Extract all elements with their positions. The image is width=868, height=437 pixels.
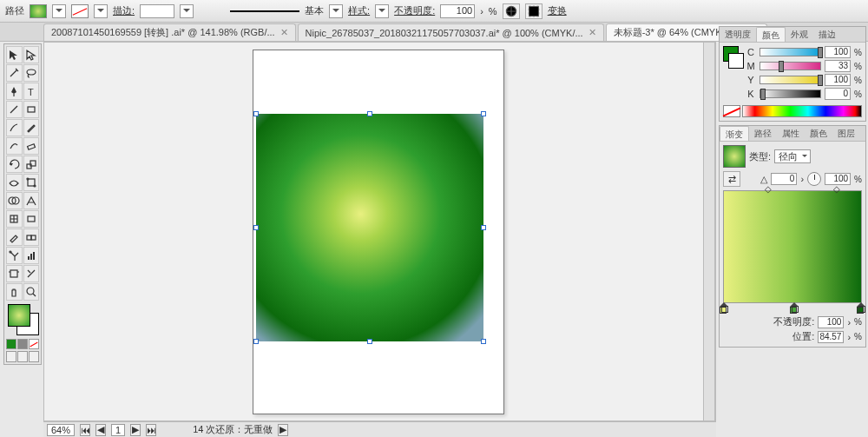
fill-dropdown[interactable] bbox=[52, 4, 66, 18]
m-slider[interactable] bbox=[760, 62, 821, 70]
graph-tool[interactable] bbox=[23, 247, 40, 264]
align-icon[interactable] bbox=[525, 3, 542, 19]
nav-prev-icon[interactable]: ◀ bbox=[95, 424, 106, 436]
angle-icon: △ bbox=[760, 174, 767, 185]
page-input[interactable]: 1 bbox=[111, 424, 125, 436]
tab-attributes[interactable]: 属性 bbox=[777, 126, 805, 141]
gradient-preview[interactable] bbox=[723, 145, 746, 168]
stop-position-input[interactable]: 84.57 bbox=[818, 331, 844, 343]
stop-position-label: 位置: bbox=[792, 330, 814, 343]
spectrum-picker[interactable] bbox=[742, 105, 862, 117]
ratio-input[interactable]: 100 bbox=[825, 173, 851, 185]
symbol-sprayer-tool[interactable] bbox=[6, 247, 23, 264]
none-mode-icon[interactable] bbox=[29, 339, 39, 349]
draw-behind-icon[interactable] bbox=[17, 351, 28, 362]
stroke-weight-input[interactable] bbox=[140, 4, 174, 18]
artboard-tool[interactable] bbox=[6, 265, 23, 282]
brush-dd[interactable] bbox=[329, 4, 343, 18]
tab-layers[interactable]: 图层 bbox=[832, 126, 860, 141]
direct-selection-tool[interactable] bbox=[23, 46, 40, 63]
stroke-label[interactable]: 描边: bbox=[113, 4, 135, 17]
selected-object[interactable] bbox=[256, 114, 483, 341]
line-tool[interactable] bbox=[6, 101, 23, 118]
svg-rect-7 bbox=[27, 144, 35, 149]
fill-stroke-control[interactable] bbox=[6, 302, 41, 337]
status-menu-icon[interactable]: ▶ bbox=[278, 424, 288, 436]
close-icon[interactable]: ✕ bbox=[589, 27, 596, 38]
vertical-scrollbar[interactable] bbox=[703, 42, 715, 421]
zoom-input[interactable]: 64% bbox=[47, 424, 75, 436]
nav-first-icon[interactable]: ⏮ bbox=[80, 424, 90, 436]
y-input[interactable]: 100 bbox=[825, 74, 851, 86]
perspective-grid-tool[interactable] bbox=[23, 192, 40, 209]
draw-inside-icon[interactable] bbox=[29, 351, 39, 362]
none-color-icon[interactable] bbox=[723, 105, 740, 117]
undo-status-label: 14 次还原：无重做 bbox=[193, 423, 273, 436]
color-mode-icon[interactable] bbox=[6, 339, 16, 349]
gradient-mode-icon[interactable] bbox=[17, 339, 28, 349]
zoom-tool[interactable] bbox=[23, 283, 40, 301]
eraser-tool[interactable] bbox=[23, 137, 40, 155]
aspect-icon[interactable] bbox=[807, 172, 821, 186]
stroke-weight-dd[interactable] bbox=[180, 4, 194, 18]
blend-tool[interactable] bbox=[23, 228, 40, 246]
tab-pathfinder[interactable]: 路径 bbox=[749, 126, 777, 141]
draw-normal-icon[interactable] bbox=[6, 351, 16, 362]
recolor-icon[interactable] bbox=[503, 3, 520, 19]
tab-opacity[interactable]: 透明度 bbox=[720, 27, 756, 42]
scale-tool[interactable] bbox=[23, 156, 40, 173]
doc-tab-label: Nipic_26785037_20180321175057703037.ai* … bbox=[306, 28, 583, 38]
paintbrush-tool[interactable] bbox=[6, 119, 23, 136]
nav-last-icon[interactable]: ⏭ bbox=[146, 424, 156, 436]
rectangle-tool[interactable] bbox=[23, 101, 40, 118]
tab-gradient[interactable]: 渐变 bbox=[720, 126, 749, 141]
transform-label[interactable]: 变换 bbox=[548, 4, 567, 17]
tab-color[interactable]: 颜色 bbox=[756, 27, 786, 42]
slice-tool[interactable] bbox=[23, 265, 40, 282]
mesh-tool[interactable] bbox=[6, 210, 23, 228]
pen-tool[interactable] bbox=[6, 83, 23, 100]
opacity-label[interactable]: 不透明度: bbox=[394, 4, 435, 17]
c-input[interactable]: 100 bbox=[825, 46, 851, 58]
selection-tool[interactable] bbox=[6, 46, 23, 63]
doc-tab-0[interactable]: 20087101450169559 [转换] .ai* @ 141.98% (R… bbox=[43, 23, 296, 41]
pencil-tool[interactable] bbox=[23, 119, 40, 136]
type-tool[interactable]: T bbox=[23, 83, 40, 100]
free-transform-tool[interactable] bbox=[23, 174, 40, 191]
style-dd[interactable] bbox=[375, 4, 389, 18]
doc-tab-1[interactable]: Nipic_26785037_20180321175057703037.ai* … bbox=[298, 23, 604, 41]
gradient-editor[interactable]: ◇ ◇ bbox=[723, 190, 862, 303]
tab-color2[interactable]: 颜色 bbox=[805, 126, 832, 141]
close-icon[interactable]: ✕ bbox=[280, 27, 288, 38]
tab-stroke[interactable]: 描边 bbox=[813, 27, 841, 42]
style-label[interactable]: 样式: bbox=[348, 4, 370, 17]
stop-opacity-input[interactable]: 100 bbox=[818, 316, 844, 328]
stroke-dropdown[interactable] bbox=[94, 4, 108, 18]
hand-tool[interactable] bbox=[6, 283, 23, 301]
tab-appearance[interactable]: 外观 bbox=[786, 27, 813, 42]
stroke-preview[interactable] bbox=[728, 53, 744, 69]
k-slider[interactable] bbox=[760, 89, 821, 98]
width-tool[interactable] bbox=[6, 174, 23, 191]
shape-builder-tool[interactable] bbox=[6, 192, 23, 209]
opacity-input[interactable]: 100 bbox=[440, 4, 475, 18]
canvas-area[interactable] bbox=[43, 42, 716, 421]
y-slider[interactable] bbox=[760, 76, 821, 84]
gradient-tool[interactable] bbox=[23, 210, 40, 228]
stroke-swatch[interactable] bbox=[71, 4, 89, 18]
c-slider[interactable] bbox=[760, 48, 821, 56]
gradient-type-select[interactable]: 径向 bbox=[774, 149, 811, 163]
lasso-tool[interactable] bbox=[23, 64, 40, 82]
m-input[interactable]: 33 bbox=[825, 60, 851, 72]
blob-brush-tool[interactable] bbox=[6, 137, 23, 155]
rotate-tool[interactable] bbox=[6, 156, 23, 173]
angle-input[interactable]: 0 bbox=[771, 173, 797, 185]
fill-swatch[interactable] bbox=[30, 4, 47, 18]
k-input[interactable]: 0 bbox=[825, 88, 851, 100]
arrow-down-icon[interactable]: › bbox=[480, 6, 483, 17]
nav-next-icon[interactable]: ▶ bbox=[130, 424, 141, 436]
reverse-icon[interactable]: ⇄ bbox=[723, 171, 740, 187]
magic-wand-tool[interactable] bbox=[6, 64, 23, 82]
fill-color[interactable] bbox=[8, 304, 30, 327]
eyedropper-tool[interactable] bbox=[6, 228, 23, 246]
